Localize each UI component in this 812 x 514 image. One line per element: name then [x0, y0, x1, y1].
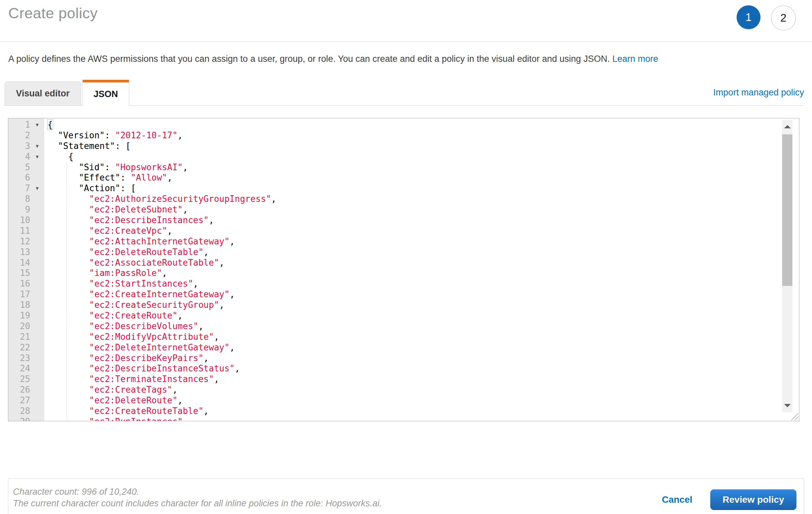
- fold-arrow-placeholder: [30, 130, 44, 141]
- gutter-line: 15: [8, 268, 44, 279]
- code-line: "ec2:CreateRouteTable",: [48, 406, 799, 416]
- gutter-line: 1▾: [8, 120, 44, 130]
- line-number: 20: [8, 321, 30, 332]
- tab-json[interactable]: JSON: [82, 80, 129, 106]
- fold-arrow-icon[interactable]: ▾: [30, 152, 44, 162]
- step-2-badge: 2: [771, 5, 796, 31]
- line-number: 4: [8, 152, 30, 162]
- fold-arrow-placeholder: [30, 279, 44, 289]
- gutter-line: 28: [8, 406, 44, 416]
- code-line: "Sid": "HopsworksAI",: [48, 162, 799, 173]
- code-line: "ec2:DescribeVolumes",: [48, 321, 799, 332]
- fold-arrow-placeholder: [30, 289, 44, 300]
- code-line: "ec2:CreateVpc",: [48, 226, 799, 236]
- step-indicator: 1 2: [736, 5, 796, 31]
- gutter-line: 6: [8, 172, 44, 183]
- json-editor[interactable]: 1▾23▾4▾567▾89101112131415161718192021222…: [8, 118, 800, 421]
- gutter-line: 4▾: [8, 152, 44, 162]
- line-number: 21: [8, 332, 30, 343]
- fold-arrow-placeholder: [30, 416, 44, 421]
- line-number: 17: [8, 289, 30, 300]
- page-title: Create policy: [8, 5, 98, 22]
- footer-text: Character count: 996 of 10,240. The curr…: [13, 486, 382, 509]
- fold-arrow-placeholder: [30, 406, 44, 416]
- fold-arrow-icon[interactable]: ▾: [30, 183, 44, 194]
- policy-description: A policy defines the AWS permissions tha…: [8, 54, 812, 64]
- scrollbar-thumb[interactable]: [782, 134, 792, 286]
- cancel-button[interactable]: Cancel: [662, 494, 692, 505]
- code-line: "ec2:DeleteRouteTable",: [48, 247, 799, 258]
- line-number: 27: [8, 395, 30, 406]
- line-number: 22: [8, 343, 30, 353]
- character-count-note: The current character count includes cha…: [13, 498, 382, 509]
- editor-code[interactable]: { "Version": "2012-10-17", "Statement": …: [44, 118, 799, 421]
- review-policy-button[interactable]: Review policy: [710, 489, 796, 510]
- code-line: "ec2:DescribeKeyPairs",: [48, 353, 799, 364]
- learn-more-link[interactable]: Learn more: [612, 54, 658, 64]
- fold-arrow-icon[interactable]: ▾: [30, 120, 44, 130]
- code-line: "ec2:CreateRoute",: [48, 310, 799, 321]
- gutter-line: 22: [8, 343, 44, 353]
- code-line: "ec2:DescribeInstances",: [48, 215, 799, 226]
- fold-arrow-placeholder: [30, 310, 44, 321]
- code-line: "ec2:AssociateRouteTable",: [48, 258, 799, 268]
- scrollbar-up-button[interactable]: [782, 120, 792, 134]
- editor-code-lines: { "Version": "2012-10-17", "Statement": …: [48, 120, 799, 421]
- line-number: 7: [8, 183, 30, 194]
- line-number: 12: [8, 236, 30, 247]
- fold-arrow-placeholder: [30, 205, 44, 215]
- code-line: "ec2:DeleteSubnet",: [48, 205, 799, 215]
- scrollbar-down-button[interactable]: [782, 399, 792, 412]
- line-number: 3: [8, 141, 30, 152]
- down-arrow-icon: [784, 404, 791, 407]
- code-line: "ec2:DeleteInternetGateway",: [48, 343, 799, 353]
- gutter-line: 20: [8, 321, 44, 332]
- fold-arrow-placeholder: [30, 321, 44, 332]
- line-number: 1: [8, 120, 30, 130]
- gutter-line: 27: [8, 395, 44, 406]
- footer-actions: Cancel Review policy: [662, 489, 796, 510]
- fold-arrow-placeholder: [30, 332, 44, 343]
- code-line: "ec2:RunInstances",: [48, 416, 799, 421]
- fold-arrow-placeholder: [30, 395, 44, 406]
- gutter-line: 5: [8, 162, 44, 173]
- gutter-line: 23: [8, 353, 44, 364]
- fold-arrow-placeholder: [30, 194, 44, 205]
- tab-visual-editor[interactable]: Visual editor: [5, 81, 81, 105]
- gutter-line: 26: [8, 385, 44, 395]
- step-1-badge: 1: [736, 5, 760, 29]
- code-line: "ec2:DeleteRoute",: [48, 395, 799, 406]
- page-header: Create policy 1 2: [0, 0, 812, 42]
- gutter-line: 19: [8, 310, 44, 321]
- code-line: "ec2:CreateTags",: [48, 385, 799, 395]
- code-line: {: [48, 120, 799, 130]
- gutter-line: 29: [8, 416, 44, 421]
- gutter-line: 2: [8, 130, 44, 141]
- line-number: 5: [8, 162, 30, 173]
- code-line: "Action": [: [48, 183, 799, 194]
- fold-arrow-placeholder: [30, 226, 44, 236]
- code-line: "ec2:CreateSecurityGroup",: [48, 300, 799, 310]
- gutter-line: 13: [8, 247, 44, 258]
- line-number: 13: [8, 247, 30, 258]
- gutter-line: 14: [8, 258, 44, 268]
- code-line: "ec2:AuthorizeSecurityGroupIngress",: [48, 194, 799, 205]
- line-number: 29: [8, 416, 30, 421]
- line-number: 25: [8, 374, 30, 385]
- line-number: 18: [8, 300, 30, 310]
- line-number: 19: [8, 310, 30, 321]
- fold-arrow-placeholder: [30, 363, 44, 374]
- code-line: "ec2:TerminateInstances",: [48, 374, 799, 385]
- line-number: 9: [8, 205, 30, 215]
- line-number: 8: [8, 194, 30, 205]
- import-managed-policy-link[interactable]: Import managed policy: [713, 87, 804, 98]
- fold-arrow-placeholder: [30, 268, 44, 279]
- fold-arrow-placeholder: [30, 236, 44, 247]
- code-line: "Version": "2012-10-17",: [48, 130, 799, 141]
- fold-arrow-placeholder: [30, 215, 44, 226]
- fold-arrow-icon[interactable]: ▾: [30, 141, 44, 152]
- gutter-line: 8: [8, 194, 44, 205]
- gutter-line: 24: [8, 363, 44, 374]
- line-number: 16: [8, 279, 30, 289]
- editor-scrollbar[interactable]: [782, 120, 792, 412]
